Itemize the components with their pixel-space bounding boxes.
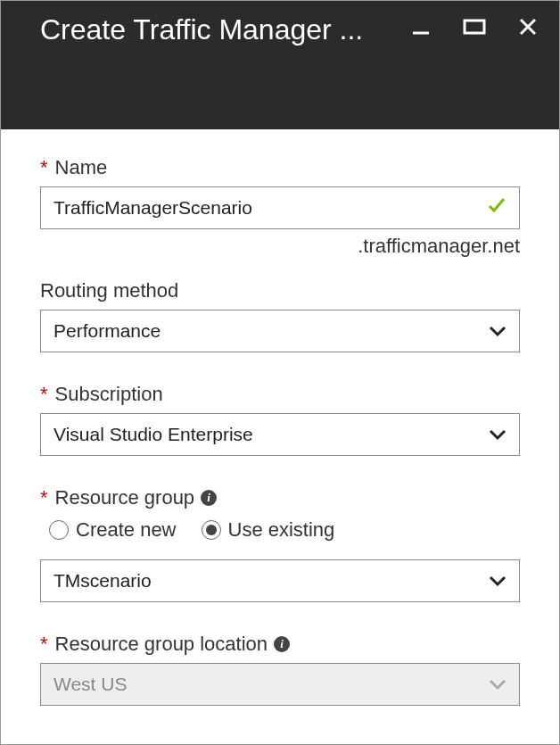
chevron-down-icon <box>489 570 506 592</box>
resource-group-select[interactable]: TMscenario <box>40 559 520 602</box>
close-button[interactable] <box>518 17 538 40</box>
resource-group-label: * Resource group i <box>40 486 520 509</box>
location-select: West US <box>40 663 520 706</box>
name-label: * Name <box>40 156 520 179</box>
subscription-value: Visual Studio Enterprise <box>54 424 253 445</box>
field-subscription: * Subscription Visual Studio Enterprise <box>40 383 520 456</box>
resource-group-value: TMscenario <box>54 570 152 592</box>
info-icon[interactable]: i <box>201 490 217 506</box>
titlebar: Create Traffic Manager ... <box>1 1 559 129</box>
domain-suffix: .trafficmanager.net <box>40 235 520 258</box>
location-label: * Resource group location i <box>40 633 520 656</box>
name-input[interactable] <box>54 197 487 219</box>
field-routing-method: Routing method Performance <box>40 279 520 352</box>
routing-method-select[interactable]: Performance <box>40 310 520 352</box>
subscription-label-text: Subscription <box>55 383 163 406</box>
location-label-text: Resource group location <box>55 633 268 656</box>
blade-body: * Name .trafficmanager.net Routing metho… <box>1 129 559 745</box>
field-name: * Name .trafficmanager.net <box>40 156 520 258</box>
required-asterisk: * <box>40 383 48 406</box>
subscription-select[interactable]: Visual Studio Enterprise <box>40 413 520 456</box>
minimize-button[interactable] <box>411 17 431 40</box>
radio-create-new-label: Create new <box>76 518 177 542</box>
chevron-down-icon <box>489 674 506 695</box>
chevron-down-icon <box>489 320 506 342</box>
subscription-label: * Subscription <box>40 383 520 406</box>
svg-rect-1 <box>465 21 484 33</box>
routing-method-value: Performance <box>54 320 161 342</box>
blade-title: Create Traffic Manager ... <box>40 13 363 46</box>
info-icon[interactable]: i <box>274 636 290 652</box>
required-asterisk: * <box>40 156 48 179</box>
required-asterisk: * <box>40 486 48 509</box>
required-asterisk: * <box>40 633 48 656</box>
field-resource-group: * Resource group i Create new Use existi… <box>40 486 520 602</box>
name-label-text: Name <box>55 156 108 179</box>
radio-circle-selected-icon <box>202 520 221 540</box>
location-value: West US <box>54 674 127 695</box>
routing-method-label-text: Routing method <box>40 279 178 302</box>
radio-circle-icon <box>49 520 69 540</box>
maximize-button[interactable] <box>463 17 486 40</box>
chevron-down-icon <box>489 424 506 445</box>
radio-use-existing[interactable]: Use existing <box>202 518 335 542</box>
resource-group-radio-row: Create new Use existing <box>49 518 520 542</box>
valid-checkmark-icon <box>487 195 506 220</box>
resource-group-label-text: Resource group <box>55 486 195 509</box>
radio-use-existing-label: Use existing <box>228 518 335 542</box>
blade-window: Create Traffic Manager ... * Name <box>0 0 560 745</box>
radio-create-new[interactable]: Create new <box>49 518 177 542</box>
name-input-box[interactable] <box>40 186 520 229</box>
field-location: * Resource group location i West US <box>40 633 520 706</box>
routing-method-label: Routing method <box>40 279 520 302</box>
